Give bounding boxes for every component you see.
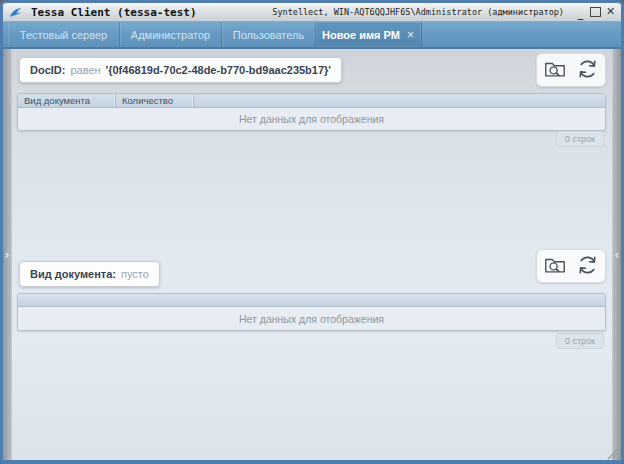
tab-close-icon[interactable]: × (406, 30, 415, 40)
empty-data-message: Нет данных для отображения (18, 108, 605, 130)
refresh-icon (575, 253, 600, 280)
tab-polzovatel[interactable]: Пользователь (222, 22, 316, 47)
tessa-logo-icon (9, 6, 23, 19)
column-header-filler (18, 294, 605, 306)
column-header-filler (194, 94, 605, 107)
filter-chip-docid[interactable]: DocID: равен '{0f46819d-70c2-48de-b770-b… (19, 57, 342, 83)
bottom-data-grid: Нет данных для отображения (17, 293, 606, 331)
tab-label: Администратор (131, 29, 210, 41)
right-splitter[interactable]: ‹ (612, 49, 621, 460)
column-header-vid-dokumenta[interactable]: Вид документа (18, 94, 116, 107)
tab-bar: Тестовый сервер Администратор Пользовате… (3, 22, 621, 49)
expand-left-icon[interactable]: ‹ (613, 244, 621, 266)
filter-field-label: Вид документа: (30, 268, 116, 280)
maximize-icon (590, 7, 601, 17)
tab-testoviy-server[interactable]: Тестовый сервер (8, 22, 120, 47)
resize-grip[interactable] (606, 446, 619, 459)
content-area: › ‹ DocID: равен '{0f46819d-70c2-48de-b7… (3, 49, 621, 460)
row-count-badge: 0 строк (556, 333, 604, 349)
refresh-button[interactable] (573, 253, 601, 279)
window-controls: _ ✕ (574, 6, 617, 19)
filter-operator: пусто (121, 268, 149, 280)
refresh-button[interactable] (573, 57, 601, 83)
filter-value: '{0f46819d-70c2-48de-b770-bd9aac235b17}' (106, 64, 331, 76)
window-title: Tessa Client (tessa-test) (31, 6, 197, 19)
grid-header: Вид документа Количество (18, 94, 605, 108)
tab-label: Тестовый сервер (20, 29, 107, 41)
titlebar[interactable]: Tessa Client (tessa-test) Syntellect, WI… (3, 3, 621, 22)
top-data-grid: Вид документа Количество Нет данных для … (17, 93, 606, 131)
minimize-button[interactable]: _ (574, 6, 587, 19)
folder-search-icon (542, 57, 568, 84)
session-info: Syntellect, WIN-AQT6QQJHF6S\Administrato… (272, 7, 564, 17)
bottom-view-toolbar (536, 249, 606, 283)
tab-novoe-imya-rm[interactable]: Новое имя РМ × (316, 22, 422, 47)
tab-label: Пользователь (233, 29, 304, 41)
grid-header (18, 294, 605, 307)
column-header-kolichestvo[interactable]: Количество (116, 94, 194, 107)
filter-operator: равен (70, 64, 100, 76)
empty-data-message: Нет данных для отображения (18, 307, 605, 330)
filter-chip-vid-dokumenta[interactable]: Вид документа: пусто (19, 261, 160, 287)
app-window: Tessa Client (tessa-test) Syntellect, WI… (0, 0, 624, 464)
tab-administrator[interactable]: Администратор (120, 22, 222, 47)
bottom-view: Вид документа: пусто (11, 247, 612, 397)
top-view: DocID: равен '{0f46819d-70c2-48de-b770-b… (11, 49, 612, 199)
search-settings-button[interactable] (541, 57, 569, 83)
tab-label: Новое имя РМ (322, 29, 400, 41)
top-view-toolbar (536, 53, 606, 87)
filter-field-label: DocID: (30, 64, 65, 76)
maximize-button[interactable] (589, 6, 602, 19)
folder-search-icon (542, 253, 568, 280)
refresh-icon (575, 57, 600, 84)
search-settings-button[interactable] (541, 253, 569, 279)
close-button[interactable]: ✕ (604, 6, 617, 19)
row-count-badge: 0 строк (556, 131, 604, 147)
expand-right-icon[interactable]: › (3, 244, 11, 266)
